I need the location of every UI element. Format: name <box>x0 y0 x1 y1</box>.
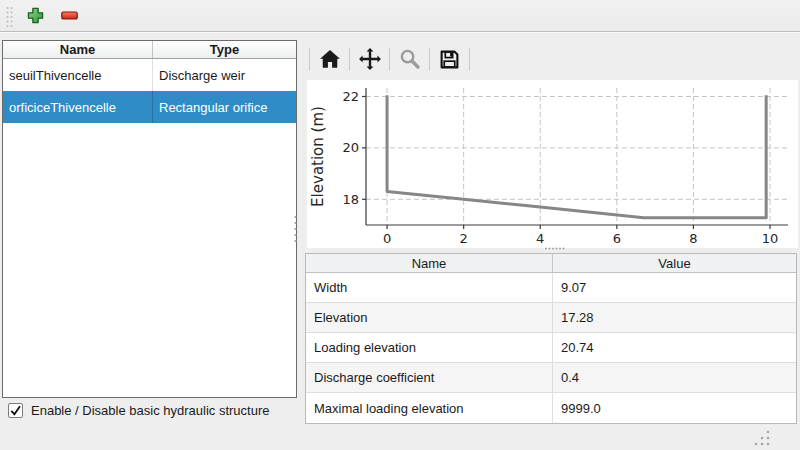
property-name-cell: Width <box>306 273 553 302</box>
property-value-cell[interactable]: 0.4 <box>553 363 796 392</box>
svg-text:4: 4 <box>536 231 544 246</box>
plot-home-button[interactable] <box>310 43 349 75</box>
toolbar-drag-handle[interactable] <box>5 5 14 27</box>
svg-text:18: 18 <box>342 192 359 207</box>
window-resize-grip[interactable] <box>752 428 772 448</box>
svg-text:20: 20 <box>342 140 359 155</box>
checkbox-box[interactable] <box>8 403 23 418</box>
structure-type-cell[interactable]: Discharge weir <box>153 59 296 91</box>
svg-text:Elevation (m): Elevation (m) <box>309 106 327 207</box>
property-value-cell[interactable]: 17.28 <box>553 303 796 332</box>
property-value-cell[interactable]: 20.74 <box>553 333 796 362</box>
magnifier-icon <box>399 48 421 70</box>
structure-name-cell[interactable]: orficiceThivencelle <box>3 91 153 123</box>
svg-text:8: 8 <box>689 231 697 246</box>
property-row[interactable]: Maximal loading elevation 9999.0 <box>306 393 796 423</box>
properties-table: Name Value Width 9.07 Elevation 17.28 Lo… <box>305 253 797 424</box>
structures-header-type[interactable]: Type <box>153 41 296 58</box>
plot-pan-button[interactable] <box>350 43 389 75</box>
structure-row[interactable]: orficiceThivencelle Rectangular orifice <box>3 91 296 123</box>
property-row[interactable]: Width 9.07 <box>306 273 796 303</box>
property-row[interactable]: Loading elevation 20.74 <box>306 333 796 363</box>
property-row[interactable]: Elevation 17.28 <box>306 303 796 333</box>
structures-table-header: Name Type <box>3 41 296 59</box>
checkbox-label: Enable / Disable basic hydraulic structu… <box>31 403 269 418</box>
structure-row[interactable]: seuilThivencelle Discharge weir <box>3 59 296 91</box>
checkmark-icon <box>9 404 22 417</box>
svg-text:22: 22 <box>342 89 359 104</box>
save-floppy-icon <box>439 49 460 70</box>
structures-header-name[interactable]: Name <box>3 41 153 58</box>
property-row[interactable]: Discharge coefficient 0.4 <box>306 363 796 393</box>
svg-text:2: 2 <box>460 231 468 246</box>
vertical-splitter-handle[interactable] <box>293 214 298 244</box>
property-name-cell: Elevation <box>306 303 553 332</box>
svg-text:0: 0 <box>383 231 391 246</box>
plot-toolbar <box>309 42 470 76</box>
minus-icon <box>61 11 78 20</box>
plot-zoom-button[interactable] <box>390 43 429 75</box>
plus-icon <box>27 7 44 24</box>
svg-text:6: 6 <box>613 231 621 246</box>
structure-name-cell[interactable]: seuilThivencelle <box>3 59 153 91</box>
elevation-profile-chart: 0246810182022Elevation (m) <box>307 80 798 248</box>
svg-text:10: 10 <box>762 231 779 246</box>
remove-structure-button[interactable] <box>56 3 82 29</box>
add-structure-button[interactable] <box>22 3 48 29</box>
properties-header-name[interactable]: Name <box>306 254 553 272</box>
properties-table-header: Name Value <box>306 254 796 273</box>
property-name-cell: Discharge coefficient <box>306 363 553 392</box>
move-arrows-icon <box>358 47 382 71</box>
home-icon <box>319 49 341 69</box>
property-name-cell: Loading elevation <box>306 333 553 362</box>
horizontal-splitter-handle[interactable] <box>544 246 566 251</box>
property-value-cell[interactable]: 9999.0 <box>553 393 796 423</box>
property-value-cell[interactable]: 9.07 <box>553 273 796 302</box>
properties-header-value[interactable]: Value <box>553 254 796 272</box>
plot-canvas[interactable]: 0246810182022Elevation (m) <box>307 80 798 248</box>
toolbar-separator <box>469 48 470 71</box>
property-name-cell: Maximal loading elevation <box>306 393 553 423</box>
enable-structure-checkbox[interactable]: Enable / Disable basic hydraulic structu… <box>8 403 269 418</box>
structures-table: Name Type seuilThivencelle Discharge wei… <box>2 40 297 398</box>
main-toolbar <box>0 0 800 32</box>
structure-type-cell[interactable]: Rectangular orifice <box>153 91 296 123</box>
plot-save-button[interactable] <box>430 43 469 75</box>
